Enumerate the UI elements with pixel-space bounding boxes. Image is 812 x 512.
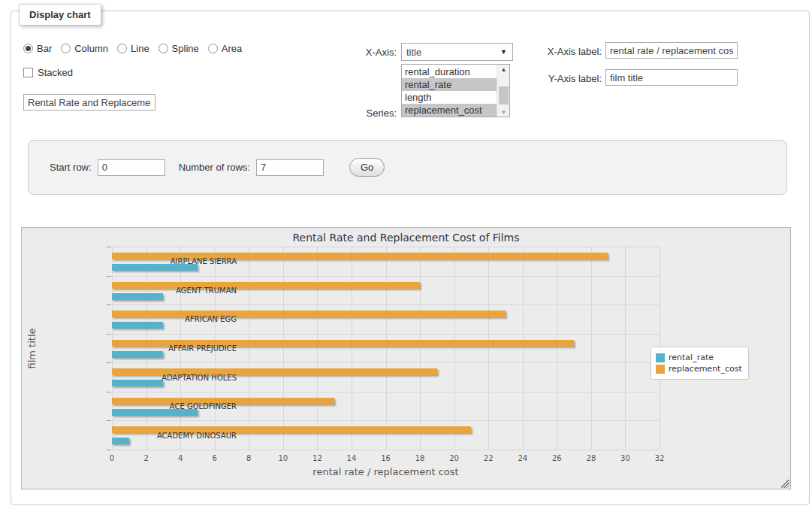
y-axis-label-input[interactable] <box>605 69 738 86</box>
gridline-horizontal <box>112 450 660 450</box>
gridline-vertical <box>386 247 387 450</box>
legend-swatch-icon <box>656 365 665 374</box>
gridline-horizontal <box>112 392 660 392</box>
chart-type-label-spline: Spline <box>172 43 199 54</box>
x-tick-label: 16 <box>381 454 391 462</box>
num-rows-label: Number of rows: <box>179 162 250 173</box>
gridline-vertical <box>317 247 318 450</box>
scrollbar-thumb[interactable] <box>499 86 509 105</box>
chart-type-radio-line[interactable] <box>117 44 127 53</box>
category-label: AFRICAN EGG <box>185 315 237 323</box>
x-axis-title: rental rate / replacement cost <box>112 466 660 477</box>
y-axis-title: film title <box>26 311 38 386</box>
gridline-vertical <box>112 247 113 450</box>
y-axis-tick <box>107 247 111 247</box>
chart-type-radio-column[interactable] <box>61 44 71 53</box>
category-label: ACADEMY DINOSAUR <box>157 431 237 439</box>
x-tick-label: 14 <box>347 454 357 462</box>
chevron-down-icon: ▼ <box>500 48 507 56</box>
x-axis-label-input[interactable] <box>605 42 738 59</box>
y-axis-label-field-label: Y-Axis label: <box>535 73 602 84</box>
start-row-label: Start row: <box>50 162 92 173</box>
legend-swatch-icon <box>656 353 665 362</box>
gridline-vertical <box>523 247 524 450</box>
stacked-label: Stacked <box>38 67 73 78</box>
gridline-horizontal <box>112 304 660 305</box>
scroll-down-icon[interactable]: ▼ <box>497 109 510 116</box>
chart-container: Rental Rate and Replacement Cost of Film… <box>21 227 791 489</box>
chart-title: Rental Rate and Replacement Cost of Film… <box>22 232 790 244</box>
gridline-horizontal <box>112 420 660 421</box>
num-rows-input[interactable] <box>256 159 324 176</box>
legend-item-rental_rate[interactable]: rental_rate <box>656 353 742 362</box>
legend-label: replacement_cost <box>669 364 742 374</box>
start-row-input[interactable] <box>98 159 165 176</box>
stacked-checkbox-row: Stacked <box>23 66 73 78</box>
y-axis-tick <box>107 450 111 450</box>
series-multiselect[interactable]: rental_durationrental_ratelengthreplacem… <box>401 64 510 117</box>
series-scrollbar[interactable]: ▲ ▼ <box>497 65 509 117</box>
stacked-checkbox[interactable] <box>23 68 33 77</box>
x-tick-label: 22 <box>484 454 494 462</box>
x-tick-label: 6 <box>213 454 217 462</box>
x-tick-label: 2 <box>143 454 148 462</box>
category-label: ADAPTATION HOLES <box>161 373 237 381</box>
chart-type-label-bar: Bar <box>37 43 52 54</box>
x-tick-label: 0 <box>110 454 114 462</box>
chart-type-radio-area[interactable] <box>208 44 218 53</box>
gridline-vertical <box>146 247 147 450</box>
x-axis-label-field-label: X-Axis label: <box>535 46 602 57</box>
bar-rental_rate-agent-truman <box>112 293 163 300</box>
gridline-vertical <box>283 247 284 450</box>
bar-replacement_cost-agent-truman <box>112 282 420 289</box>
category-label: AIRPLANE SIERRA <box>171 257 237 265</box>
bar-rental_rate-academy-dinosaur <box>112 438 129 444</box>
chart-title-input[interactable] <box>23 94 155 111</box>
x-tick-label: 20 <box>449 454 459 462</box>
y-axis-tick <box>107 392 111 392</box>
series-option-rental_duration[interactable]: rental_duration <box>402 65 497 78</box>
gridline-horizontal <box>112 334 660 335</box>
series-list-label: Series: <box>331 108 397 119</box>
series-option-replacement_cost[interactable]: replacement_cost <box>402 104 497 117</box>
chart-type-label-column: Column <box>74 43 108 54</box>
gridline-vertical <box>488 247 489 450</box>
legend-item-replacement_cost[interactable]: replacement_cost <box>656 364 742 374</box>
x-tick-label: 4 <box>178 454 183 462</box>
chart-type-radio-spline[interactable] <box>158 44 168 53</box>
gridline-horizontal <box>112 247 660 247</box>
bar-rental_rate-african-egg <box>112 322 163 329</box>
fieldset-legend-title: Display chart <box>19 4 101 26</box>
bar-replacement_cost-african-egg <box>112 311 506 317</box>
x-tick-label: 28 <box>587 454 596 462</box>
x-tick-label: 30 <box>620 454 630 462</box>
x-tick-label: 12 <box>312 454 322 462</box>
x-tick-label: 18 <box>415 454 425 462</box>
bar-rental_rate-affair-prejudice <box>112 351 163 358</box>
go-button[interactable]: Go <box>349 158 385 177</box>
gridline-vertical <box>557 247 557 450</box>
x-axis-select[interactable]: title ▼ <box>401 43 513 61</box>
chart-type-radio-bar[interactable] <box>23 44 33 53</box>
gridline-vertical <box>249 247 249 450</box>
scroll-up-icon[interactable]: ▲ <box>497 66 510 73</box>
chart-type-label-area: Area <box>222 43 242 54</box>
x-tick-label: 24 <box>518 454 527 462</box>
gridline-horizontal <box>112 362 660 363</box>
series-option-rental_rate[interactable]: rental_rate <box>402 78 497 91</box>
category-label: ACE GOLDFINGER <box>170 402 237 411</box>
y-axis-tick <box>107 304 111 305</box>
y-axis-tick <box>107 362 111 363</box>
chart-legend: rental_ratereplacement_cost <box>651 347 749 380</box>
chart-type-radio-group: BarColumnLineSplineArea <box>23 42 251 54</box>
resize-grip-icon[interactable] <box>781 480 789 488</box>
gridline-vertical <box>420 247 421 450</box>
y-axis-tick <box>107 276 111 277</box>
y-axis-tick <box>107 334 111 335</box>
bar-replacement_cost-adaptation-holes <box>112 368 437 375</box>
x-tick-label: 32 <box>655 454 665 462</box>
x-axis-selected-value: title <box>406 47 421 58</box>
x-tick-label: 26 <box>552 454 562 462</box>
series-option-length[interactable]: length <box>402 91 497 104</box>
x-axis-select-label: X-Axis: <box>331 47 397 58</box>
